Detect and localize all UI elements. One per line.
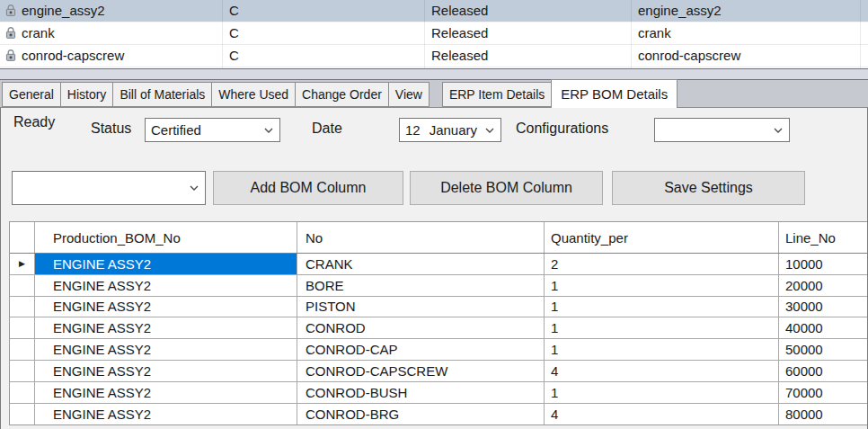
cell-line-no[interactable]: 80000 [779, 404, 867, 425]
bom-row[interactable]: ENGINE ASSY2 PISTON 1 30000 [10, 297, 867, 318]
bom-row[interactable]: ENGINE ASSY2 CONROD 1 40000 [10, 317, 867, 339]
cell-production-bom-no[interactable]: ENGINE ASSY2 [35, 275, 297, 296]
item-name: crank [22, 25, 55, 41]
cell-production-bom-no[interactable]: ENGINE ASSY2 [35, 254, 297, 274]
cell-line-no[interactable]: 20000 [779, 275, 867, 296]
row-header[interactable] [10, 275, 35, 296]
item-name-2: crank [638, 25, 671, 41]
cell-quantity-per[interactable]: 1 [545, 275, 779, 296]
cell-line-no[interactable]: 60000 [779, 361, 867, 381]
cell-no[interactable]: CONROD-BRG [297, 404, 545, 425]
configurations-dropdown[interactable] [654, 118, 790, 142]
bom-row[interactable]: ENGINE ASSY2 CONROD-BRG 4 80000 [10, 404, 867, 425]
cell-quantity-per[interactable]: 1 [545, 382, 779, 403]
cell-quantity-per[interactable]: 4 [545, 361, 779, 381]
cell-production-bom-no[interactable]: ENGINE ASSY2 [35, 361, 297, 381]
item-row[interactable]: crank C Released crank [0, 22, 868, 45]
cell-production-bom-no[interactable]: ENGINE ASSY2 [35, 297, 297, 317]
bom-row[interactable]: ENGINE ASSY2 CONROD-BUSH 1 70000 [10, 382, 867, 404]
item-name-2: engine_assy2 [638, 3, 722, 19]
tab-bill-of-materials[interactable]: Bill of Materials [112, 82, 212, 107]
configurations-label: Configurations [516, 121, 608, 137]
item-revision: C [229, 3, 239, 19]
cell-production-bom-no[interactable]: ENGINE ASSY2 [35, 382, 297, 403]
bom-row[interactable]: ENGINE ASSY2 BORE 1 20000 [10, 275, 867, 297]
row-header[interactable] [10, 317, 35, 338]
current-row-marker-icon: ▶ [19, 260, 25, 268]
item-state: Released [431, 3, 488, 19]
status-dropdown[interactable]: Certified [145, 118, 280, 142]
lock-icon [4, 26, 17, 40]
cell-line-no[interactable]: 40000 [779, 317, 867, 338]
add-bom-column-button[interactable]: Add BOM Column [213, 171, 403, 205]
column-header-quantity-per[interactable]: Quantity_per [545, 222, 779, 253]
cell-quantity-per[interactable]: 2 [545, 254, 779, 274]
bom-row[interactable]: ENGINE ASSY2 CONROD-CAPSCREW 4 60000 [10, 361, 867, 382]
column-header-production-bom-no[interactable]: Production_BOM_No [35, 222, 297, 253]
cell-line-no[interactable]: 70000 [779, 382, 867, 403]
tab-general[interactable]: General [2, 82, 61, 107]
splitter-bar[interactable] [0, 68, 868, 80]
cell-quantity-per[interactable]: 1 [545, 297, 779, 317]
cell-no[interactable]: CONROD [297, 317, 545, 338]
date-label: Date [312, 121, 342, 137]
item-revision: C [229, 48, 239, 64]
bom-row[interactable]: ▶ ENGINE ASSY2 CRANK 2 10000 [10, 254, 867, 275]
lock-icon [4, 4, 17, 17]
column-divider [222, 0, 223, 69]
column-header-line-no[interactable]: Line_No [779, 222, 867, 253]
app-window: engine_assy2 C Released engine_assy2 cra… [0, 0, 868, 429]
bom-column-dropdown[interactable] [12, 171, 206, 205]
status-dropdown-value: Certified [151, 122, 201, 138]
tab-where-used[interactable]: Where Used [211, 82, 296, 107]
item-name: engine_assy2 [22, 3, 105, 19]
cell-quantity-per[interactable]: 1 [545, 339, 779, 360]
bom-grid: Production_BOM_No No Quantity_per Line_N… [9, 221, 867, 425]
tab-erp-item-details[interactable]: ERP Item Details [442, 82, 552, 107]
tab-history[interactable]: History [60, 82, 114, 107]
row-header[interactable] [10, 382, 35, 403]
status-ready-label: Ready [13, 114, 55, 130]
cell-production-bom-no[interactable]: ENGINE ASSY2 [35, 404, 297, 425]
cell-line-no[interactable]: 50000 [779, 339, 867, 360]
column-divider [631, 0, 632, 69]
chevron-down-icon [774, 128, 783, 133]
tab-strip: General History Bill of Materials Where … [0, 80, 868, 107]
cell-production-bom-no[interactable]: ENGINE ASSY2 [35, 317, 297, 338]
cell-quantity-per[interactable]: 1 [545, 317, 779, 338]
item-row[interactable]: engine_assy2 C Released engine_assy2 [0, 0, 868, 22]
tab-change-order[interactable]: Change Order [295, 82, 389, 107]
item-state: Released [431, 25, 488, 41]
date-dropdown[interactable]: 12 January [399, 118, 501, 142]
cell-no[interactable]: CONROD-CAP [297, 339, 545, 360]
item-name: conrod-capscrew [22, 48, 124, 64]
row-header-corner [10, 222, 35, 253]
tab-erp-bom-details[interactable]: ERP BOM Details [551, 79, 678, 108]
cell-no[interactable]: CRANK [297, 254, 545, 274]
item-name-2: conrod-capscrew [638, 48, 740, 64]
delete-bom-column-button[interactable]: Delete BOM Column [410, 171, 603, 205]
chevron-down-icon [264, 128, 273, 133]
row-header[interactable] [10, 404, 35, 425]
cell-no[interactable]: CONROD-CAPSCREW [297, 361, 545, 381]
row-header[interactable]: ▶ [10, 254, 35, 274]
cell-line-no[interactable]: 30000 [779, 297, 867, 317]
cell-no[interactable]: BORE [297, 275, 545, 296]
cell-production-bom-no[interactable]: ENGINE ASSY2 [35, 339, 297, 360]
tab-view[interactable]: View [388, 82, 430, 107]
column-header-no[interactable]: No [297, 222, 545, 253]
row-header[interactable] [10, 361, 35, 381]
cell-line-no[interactable]: 10000 [779, 254, 867, 274]
item-row[interactable]: conrod-capscrew C Released conrod-capscr… [0, 45, 868, 67]
date-day-value: 12 [405, 122, 421, 138]
bom-row[interactable]: ENGINE ASSY2 CONROD-CAP 1 50000 [10, 339, 867, 361]
cell-quantity-per[interactable]: 4 [545, 404, 779, 425]
chevron-down-icon [190, 185, 199, 191]
row-header[interactable] [10, 297, 35, 317]
row-header[interactable] [10, 339, 35, 360]
tab-strip-gap [430, 82, 442, 107]
save-settings-button[interactable]: Save Settings [612, 171, 805, 205]
cell-no[interactable]: PISTON [297, 297, 545, 317]
chevron-down-icon [485, 128, 494, 133]
cell-no[interactable]: CONROD-BUSH [297, 382, 545, 403]
